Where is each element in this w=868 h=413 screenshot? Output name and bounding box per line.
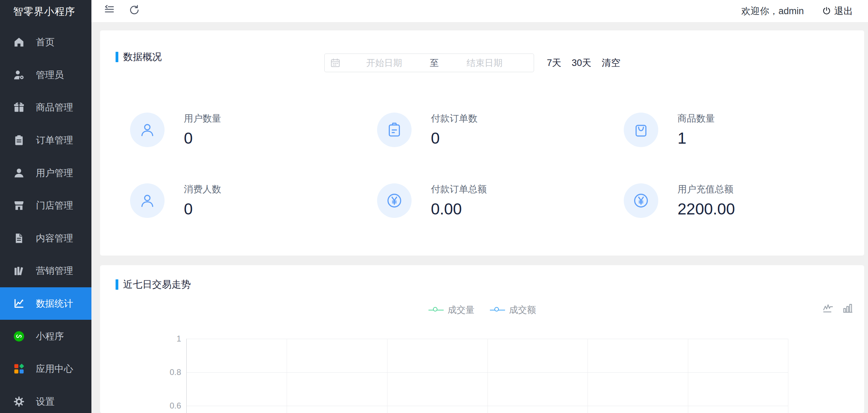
stat-paid-orders: 付款订单数 0 xyxy=(377,112,477,147)
logout-label: 退出 xyxy=(834,5,853,17)
stat-label: 付款订单总额 xyxy=(431,183,487,195)
y-axis-tick: 1 xyxy=(160,334,181,344)
logout-button[interactable]: 退出 xyxy=(822,5,853,17)
clipboard-outline-icon xyxy=(377,113,412,147)
toolbox-line-chart-icon[interactable] xyxy=(822,302,835,314)
sidebar-collapse-icon[interactable] xyxy=(104,4,115,15)
sidebar-item-users[interactable]: 用户管理 xyxy=(0,156,91,189)
toolbox-bar-chart-icon[interactable] xyxy=(841,302,854,314)
stat-label: 用户充值总额 xyxy=(678,183,735,195)
chart-legend: 成交量 成交额 xyxy=(100,304,864,316)
start-date-input[interactable] xyxy=(341,58,428,68)
date-range-picker[interactable]: 至 xyxy=(324,54,534,72)
overview-header: 数据概况 xyxy=(116,50,162,64)
sidebar-item-admin[interactable]: 管理员 xyxy=(0,59,91,92)
sidebar-item-label: 商品管理 xyxy=(36,101,73,114)
yen-circle-icon xyxy=(377,183,412,218)
sidebar-item-settings[interactable]: 设置 xyxy=(0,385,91,413)
gridline-vertical xyxy=(588,339,588,413)
y-axis-line xyxy=(186,339,187,413)
section-accent-bar xyxy=(116,279,118,290)
sidebar-item-orders[interactable]: 订单管理 xyxy=(0,124,91,157)
stat-value: 0 xyxy=(184,129,221,147)
sidebar-item-stores[interactable]: 门店管理 xyxy=(0,189,91,222)
end-date-input[interactable] xyxy=(441,58,528,68)
legend-item-amount[interactable]: 成交额 xyxy=(490,304,536,316)
refresh-icon[interactable] xyxy=(128,4,139,15)
topbar-right: 欢迎你，admin 退出 xyxy=(741,0,853,22)
y-axis-tick: 0.6 xyxy=(160,401,181,411)
sidebar-item-label: 门店管理 xyxy=(36,199,73,212)
sidebar-item-label: 设置 xyxy=(36,395,55,408)
clipboard-icon xyxy=(13,134,25,146)
filter-clear[interactable]: 清空 xyxy=(602,57,620,69)
sidebar-item-label: 应用中心 xyxy=(36,363,73,375)
overview-card: 数据概况 至 7天 30天 清空 用户数量 0 付款订单数 0 xyxy=(100,30,864,256)
welcome-text: 欢迎你，admin xyxy=(741,5,804,17)
sidebar-item-label: 首页 xyxy=(36,36,55,48)
stat-label: 付款订单数 xyxy=(431,112,477,125)
user-outline-icon xyxy=(130,183,165,218)
apps-grid-icon xyxy=(13,363,25,375)
filter-7days[interactable]: 7天 xyxy=(547,57,561,69)
trend-title: 近七日交易走势 xyxy=(123,278,191,291)
yen-circle-icon xyxy=(624,183,658,218)
stat-paid-total: 付款订单总额 0.00 xyxy=(377,183,487,218)
stat-value: 2200.00 xyxy=(678,200,735,218)
calendar-icon xyxy=(330,58,341,68)
sidebar-item-label: 管理员 xyxy=(36,69,64,81)
books-icon xyxy=(13,265,25,277)
gridline-vertical xyxy=(487,339,488,413)
sidebar-item-label: 营销管理 xyxy=(36,265,73,277)
store-icon xyxy=(13,200,25,211)
sidebar-item-label: 用户管理 xyxy=(36,167,73,179)
sidebar-item-label: 订单管理 xyxy=(36,134,73,146)
stat-label: 商品数量 xyxy=(678,112,715,125)
gridline-vertical xyxy=(788,339,788,413)
stat-product-count: 商品数量 1 xyxy=(624,112,715,147)
stat-label: 消费人数 xyxy=(184,183,221,195)
quick-filters: 7天 30天 清空 xyxy=(547,54,620,72)
document-icon xyxy=(13,232,25,244)
sidebar-item-marketing[interactable]: 营销管理 xyxy=(0,254,91,287)
trend-card: 近七日交易走势 成交量 成交额 1 0.8 0.6 xyxy=(100,265,864,413)
stat-recharge-total: 用户充值总额 2200.00 xyxy=(624,183,735,218)
overview-title: 数据概况 xyxy=(123,50,162,64)
gridline-vertical xyxy=(287,339,287,413)
admin-gear-icon xyxy=(13,69,25,81)
user-outline-icon xyxy=(130,113,165,147)
legend-line-marker xyxy=(428,307,444,313)
sidebar-item-label: 内容管理 xyxy=(36,232,73,244)
trend-header: 近七日交易走势 xyxy=(116,278,191,291)
legend-label: 成交额 xyxy=(509,304,536,316)
sidebar-item-label: 数据统计 xyxy=(36,297,73,310)
line-chart-icon xyxy=(13,298,25,309)
shopping-bag-icon xyxy=(624,113,658,147)
power-icon xyxy=(822,6,831,16)
app-title: 智零界小程序 xyxy=(13,5,75,19)
chart-plot-area xyxy=(186,339,788,413)
stat-value: 1 xyxy=(678,129,715,147)
sidebar-item-products[interactable]: 商品管理 xyxy=(0,91,91,124)
sidebar-item-appcenter[interactable]: 应用中心 xyxy=(0,353,91,385)
sidebar-item-statistics[interactable]: 数据统计 xyxy=(0,287,91,320)
legend-line-marker xyxy=(490,307,505,313)
topbar: 欢迎你，admin 退出 xyxy=(91,0,868,22)
sidebar-item-miniprogram[interactable]: 小程序 xyxy=(0,320,91,353)
sidebar-item-content[interactable]: 内容管理 xyxy=(0,222,91,255)
filter-30days[interactable]: 30天 xyxy=(572,57,591,69)
sidebar: 智零界小程序 首页 管理员 商品管理 订单管理 用户管理 门店管理 xyxy=(0,0,91,413)
legend-item-volume[interactable]: 成交量 xyxy=(428,304,475,316)
miniprogram-icon xyxy=(13,330,25,342)
sidebar-item-label: 小程序 xyxy=(36,330,64,343)
stat-label: 用户数量 xyxy=(184,112,221,125)
section-accent-bar xyxy=(116,52,118,62)
sidebar-item-home[interactable]: 首页 xyxy=(0,26,91,59)
stat-value: 0.00 xyxy=(431,200,487,218)
gear-icon xyxy=(13,396,25,407)
gridline-vertical xyxy=(688,339,688,413)
stat-consumers: 消费人数 0 xyxy=(130,183,221,218)
chart-toolbox xyxy=(822,302,854,314)
user-icon xyxy=(13,167,25,179)
stat-user-count: 用户数量 0 xyxy=(130,112,221,147)
